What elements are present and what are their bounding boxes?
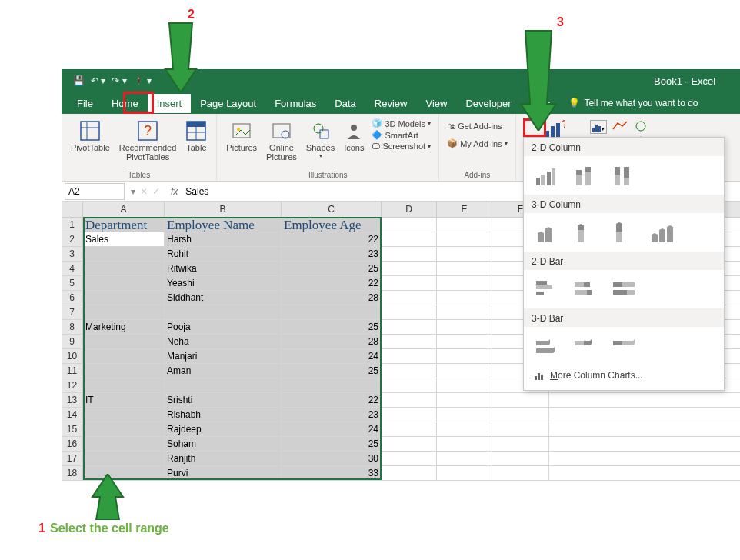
cell-b1[interactable]: Employee Name bbox=[165, 218, 282, 232]
100-stacked-column-chart-icon[interactable] bbox=[612, 164, 639, 187]
cell-a15[interactable] bbox=[83, 422, 165, 436]
enter-formula-icon[interactable]: ✓ bbox=[152, 186, 160, 197]
row-header-13[interactable]: 13 bbox=[62, 393, 83, 407]
cell-b2[interactable]: Harsh bbox=[165, 232, 282, 246]
row-header-14[interactable]: 14 bbox=[62, 408, 83, 422]
cell-e4[interactable] bbox=[437, 262, 492, 275]
online-pictures-button[interactable]: Online Pictures bbox=[262, 117, 302, 163]
column-chart-button[interactable]: ▾ bbox=[590, 120, 607, 134]
cell-e18[interactable] bbox=[437, 466, 492, 480]
cell-d4[interactable] bbox=[382, 262, 437, 275]
cell-c10[interactable]: 24 bbox=[282, 349, 382, 363]
cell-c2[interactable]: 22 bbox=[282, 232, 382, 246]
cell-e17[interactable] bbox=[437, 452, 492, 465]
row-header-8[interactable]: 8 bbox=[62, 320, 83, 334]
row-header-15[interactable]: 15 bbox=[62, 422, 83, 436]
cell-c5[interactable]: 22 bbox=[282, 276, 382, 290]
3d-stacked-bar-icon[interactable] bbox=[573, 335, 601, 358]
cell-b10[interactable]: Manjari bbox=[165, 349, 282, 363]
map-chart-button[interactable] bbox=[633, 120, 650, 134]
cell-b11[interactable]: Aman bbox=[165, 364, 282, 378]
more-column-charts-button[interactable]: MMore Column Charts...ore Column Charts.… bbox=[524, 365, 724, 385]
cell-c16[interactable]: 25 bbox=[282, 437, 382, 451]
tab-data[interactable]: Data bbox=[325, 94, 365, 113]
cell-d8[interactable] bbox=[382, 320, 437, 334]
cell-b8[interactable]: Pooja bbox=[165, 320, 282, 334]
cell-a9[interactable] bbox=[83, 335, 165, 348]
icons-button[interactable]: Icons bbox=[339, 117, 368, 154]
cell-b5[interactable]: Yeashi bbox=[165, 276, 282, 290]
cell-b3[interactable]: Rohit bbox=[165, 247, 282, 261]
cell-c12[interactable] bbox=[282, 378, 382, 392]
stacked-column-chart-icon[interactable] bbox=[573, 164, 601, 187]
shapes-button[interactable]: Shapes▾ bbox=[302, 117, 339, 161]
stacked-bar-chart-icon[interactable] bbox=[573, 278, 601, 301]
tab-insert[interactable]: Insert bbox=[148, 94, 192, 113]
fx-icon[interactable]: fx bbox=[166, 186, 182, 197]
cell-d3[interactable] bbox=[382, 247, 437, 261]
clustered-bar-chart-icon[interactable] bbox=[535, 278, 562, 301]
redo-icon[interactable]: ↷ ▾ bbox=[112, 75, 126, 86]
3d-models-button[interactable]: 🧊3D Models ▾ bbox=[372, 118, 431, 128]
cell-e10[interactable] bbox=[437, 349, 492, 363]
cell-a13[interactable]: IT bbox=[83, 393, 165, 407]
col-header-b[interactable]: B bbox=[165, 202, 282, 217]
row-header-7[interactable]: 7 bbox=[62, 305, 83, 319]
cell-e3[interactable] bbox=[437, 247, 492, 261]
namebox-dropdown-icon[interactable]: ▾ bbox=[131, 186, 135, 197]
cell-a5[interactable] bbox=[83, 276, 165, 290]
cell-e2[interactable] bbox=[437, 232, 492, 246]
3d-column-icon[interactable] bbox=[650, 221, 678, 244]
tab-formulas[interactable]: Formulas bbox=[265, 94, 325, 113]
row-header-4[interactable]: 4 bbox=[62, 262, 83, 275]
cell-a1[interactable]: Department bbox=[83, 218, 165, 232]
3d-100-stacked-column-icon[interactable] bbox=[612, 221, 639, 244]
cell-d7[interactable] bbox=[382, 305, 437, 319]
col-header-c[interactable]: C bbox=[282, 202, 382, 217]
smartart-button[interactable]: 🔷SmartArt bbox=[372, 130, 431, 140]
cell-d11[interactable] bbox=[382, 364, 437, 378]
cell-c17[interactable]: 30 bbox=[282, 452, 382, 465]
cell-e8[interactable] bbox=[437, 320, 492, 334]
cell-a7[interactable] bbox=[83, 305, 165, 319]
select-all-corner[interactable] bbox=[62, 202, 83, 217]
cell-d17[interactable] bbox=[382, 452, 437, 465]
tab-page-layout[interactable]: Page Layout bbox=[191, 94, 265, 113]
row-header-6[interactable]: 6 bbox=[62, 291, 83, 305]
cell-e13[interactable] bbox=[437, 393, 492, 407]
cell-f13[interactable] bbox=[492, 393, 549, 407]
cell-e15[interactable] bbox=[437, 422, 492, 436]
cell-b14[interactable]: Rishabh bbox=[165, 408, 282, 422]
cell-b15[interactable]: Rajdeep bbox=[165, 422, 282, 436]
cell-d16[interactable] bbox=[382, 437, 437, 451]
cell-c9[interactable]: 28 bbox=[282, 335, 382, 348]
cell-c11[interactable]: 25 bbox=[282, 364, 382, 378]
cell-d6[interactable] bbox=[382, 291, 437, 305]
3d-clustered-column-icon[interactable] bbox=[535, 221, 562, 244]
cell-f14[interactable] bbox=[492, 408, 549, 422]
pictures-button[interactable]: Pictures bbox=[222, 117, 262, 154]
row-header-1[interactable]: 1 bbox=[62, 218, 83, 232]
cell-e5[interactable] bbox=[437, 276, 492, 290]
cell-e6[interactable] bbox=[437, 291, 492, 305]
cell-f18[interactable] bbox=[492, 466, 549, 480]
cell-e9[interactable] bbox=[437, 335, 492, 348]
cell-e7[interactable] bbox=[437, 305, 492, 319]
cell-b18[interactable]: Purvi bbox=[165, 466, 282, 480]
row-header-17[interactable]: 17 bbox=[62, 452, 83, 465]
row-header-16[interactable]: 16 bbox=[62, 437, 83, 451]
cell-e16[interactable] bbox=[437, 437, 492, 451]
cell-e14[interactable] bbox=[437, 408, 492, 422]
3d-stacked-column-icon[interactable] bbox=[573, 221, 601, 244]
cell-c8[interactable]: 25 bbox=[282, 320, 382, 334]
tab-file[interactable]: File bbox=[68, 94, 102, 113]
cell-f15[interactable] bbox=[492, 422, 549, 436]
100-stacked-bar-chart-icon[interactable] bbox=[612, 278, 639, 301]
cancel-formula-icon[interactable]: ✕ bbox=[140, 186, 148, 197]
3d-100-stacked-bar-icon[interactable] bbox=[612, 335, 639, 358]
recommended-pivot-button[interactable]: ? Recommended PivotTables bbox=[115, 117, 182, 163]
cell-a14[interactable] bbox=[83, 408, 165, 422]
cell-e1[interactable] bbox=[437, 218, 492, 232]
save-icon[interactable]: 💾 bbox=[73, 75, 85, 86]
undo-icon[interactable]: ↶ ▾ bbox=[91, 75, 105, 86]
